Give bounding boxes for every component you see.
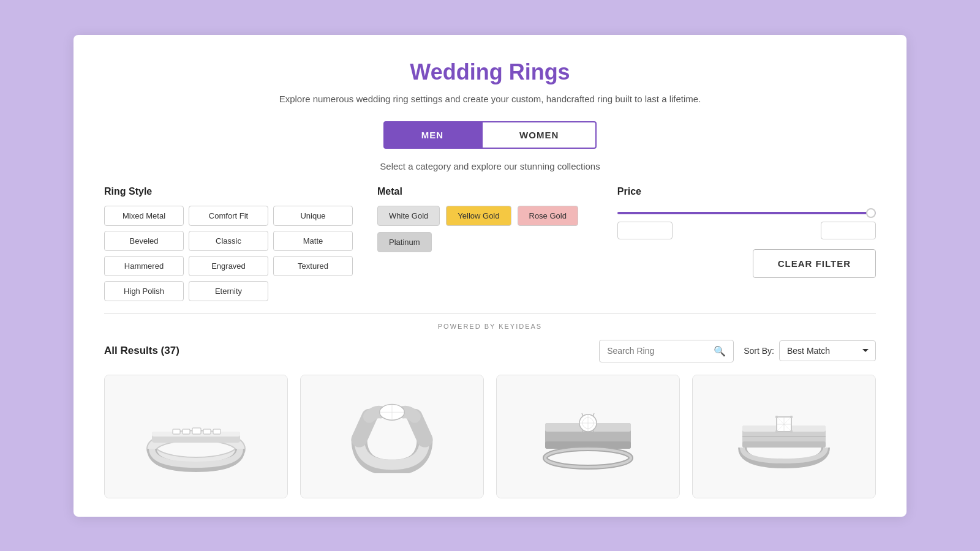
style-button[interactable]: Matte xyxy=(273,231,353,251)
svg-rect-4 xyxy=(173,429,180,434)
ring-card[interactable] xyxy=(692,375,876,498)
filters-row: Ring Style Mixed MetalComfort FitUniqueB… xyxy=(104,186,876,301)
style-button[interactable]: Beveled xyxy=(104,231,184,251)
style-button[interactable]: Comfort Fit xyxy=(189,206,268,226)
svg-rect-6 xyxy=(192,428,201,434)
svg-rect-36 xyxy=(775,430,778,433)
gender-tabs: MEN WOMEN xyxy=(104,121,876,149)
svg-line-22 xyxy=(593,413,594,416)
ring-style-label: Ring Style xyxy=(104,186,353,197)
ring-image xyxy=(337,400,447,473)
metal-button-rose-gold[interactable]: Rose Gold xyxy=(518,206,578,226)
style-button[interactable]: Mixed Metal xyxy=(104,206,184,226)
price-slider[interactable] xyxy=(617,212,876,214)
ring-card[interactable] xyxy=(496,375,680,498)
ring-card[interactable] xyxy=(104,375,288,498)
ring-card-inner xyxy=(105,375,287,498)
ring-card-inner xyxy=(301,375,483,498)
ring-image xyxy=(729,400,839,473)
ring-card[interactable] xyxy=(300,375,484,498)
svg-rect-5 xyxy=(183,429,190,434)
style-button[interactable]: Unique xyxy=(273,206,353,226)
search-box: 🔍 xyxy=(599,340,734,362)
ring-style-filter: Ring Style Mixed MetalComfort FitUniqueB… xyxy=(104,186,353,301)
search-icon[interactable]: 🔍 xyxy=(714,345,726,357)
main-container: Wedding Rings Explore numerous wedding r… xyxy=(74,35,907,517)
ring-image xyxy=(533,400,643,473)
price-max-input[interactable]: $6,400 xyxy=(821,222,876,239)
results-right: 🔍 Sort By: Best MatchPrice: Low to HighP… xyxy=(599,340,876,362)
metal-label: Metal xyxy=(377,186,593,197)
page-subtitle: Explore numerous wedding ring settings a… xyxy=(104,94,876,104)
sort-select[interactable]: Best MatchPrice: Low to HighPrice: High … xyxy=(779,340,876,361)
powered-by: POWERED BY KEYIDEAS xyxy=(104,313,876,330)
ring-image xyxy=(141,400,251,473)
style-button[interactable]: Eternity xyxy=(189,281,268,301)
price-filter: Price $1,000 $6,400 CLEAR FILTER xyxy=(617,186,876,278)
style-grid: Mixed MetalComfort FitUniqueBeveledClass… xyxy=(104,206,353,301)
svg-rect-37 xyxy=(790,430,793,433)
svg-rect-34 xyxy=(775,416,778,418)
sort-label: Sort By: xyxy=(744,346,774,356)
style-button[interactable]: Textured xyxy=(273,256,353,276)
svg-line-21 xyxy=(582,413,583,416)
price-label: Price xyxy=(617,186,876,197)
price-inputs: $1,000 $6,400 xyxy=(617,222,876,239)
metal-button-yellow-gold[interactable]: Yellow Gold xyxy=(446,206,511,226)
metal-button-platinum[interactable]: Platinum xyxy=(377,232,432,252)
page-title: Wedding Rings xyxy=(104,59,876,85)
svg-rect-8 xyxy=(213,429,221,434)
style-button[interactable]: Classic xyxy=(189,231,268,251)
style-button[interactable]: Hammered xyxy=(104,256,184,276)
ring-card-inner xyxy=(693,375,875,498)
style-button[interactable]: High Polish xyxy=(104,281,184,301)
svg-point-16 xyxy=(545,449,631,467)
sort-by: Sort By: Best MatchPrice: Low to HighPri… xyxy=(744,340,876,361)
women-tab[interactable]: WOMEN xyxy=(481,121,597,149)
search-input[interactable] xyxy=(607,346,709,356)
results-header: All Results (37) 🔍 Sort By: Best MatchPr… xyxy=(104,340,876,362)
price-min-input[interactable]: $1,000 xyxy=(617,222,673,239)
svg-rect-27 xyxy=(742,441,826,448)
metal-button-white-gold[interactable]: White Gold xyxy=(377,206,440,226)
svg-rect-35 xyxy=(790,416,793,418)
men-tab[interactable]: MEN xyxy=(383,121,481,149)
rings-grid xyxy=(104,375,876,498)
style-button[interactable]: Engraved xyxy=(189,256,268,276)
svg-rect-7 xyxy=(203,429,211,434)
category-hint: Select a category and explore our stunni… xyxy=(104,161,876,171)
results-count: All Results (37) xyxy=(104,345,179,357)
ring-card-inner xyxy=(497,375,679,498)
metal-filter: Metal White GoldYellow GoldRose GoldPlat… xyxy=(377,186,593,252)
metal-row: White GoldYellow GoldRose GoldPlatinum xyxy=(377,206,593,252)
clear-filter-button[interactable]: CLEAR FILTER xyxy=(753,249,876,278)
